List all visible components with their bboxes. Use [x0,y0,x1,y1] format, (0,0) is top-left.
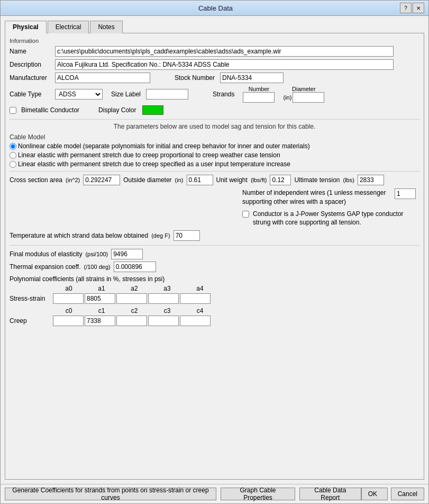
radio-linear-creep-label: Linear elastic with permanent stretch du… [18,151,280,159]
radio-linear-temp-row: Linear elastic with permanent stretch du… [10,160,419,168]
manufacturer-label: Manufacturer [10,74,52,82]
information-section: Information Name Description Manufacture… [10,38,419,115]
info-text: The parameters below are used to model s… [10,123,419,130]
unit-weight-unit: (lbs/ft) [251,177,267,183]
poly-label: Polynomial coefficients (all strains in … [10,275,419,283]
modulus-section: Final modulus of elasticity (psi/100) Th… [10,249,419,272]
bimetallic-checkbox[interactable] [10,107,16,114]
ind-wires-label: Number of independent wires (1 unless me… [242,188,390,206]
stress-a2[interactable] [116,293,147,304]
manufacturer-stock-row: Manufacturer Stock Number [10,73,419,83]
graph-cable-properties-button[interactable]: Graph Cable Properties [221,488,295,500]
poly-col-a4: a4 [184,285,216,292]
ultimate-tension-input[interactable] [358,175,384,185]
description-label: Description [10,61,52,68]
name-row: Name [10,46,419,57]
tab-physical[interactable]: Physical [5,21,47,33]
ultimate-tension-unit: (lbs) [343,177,354,183]
display-color-label: Display Color [98,106,136,114]
radio-linear-temp[interactable] [10,161,16,168]
cable-type-label: Cable Type [10,91,52,98]
radio-nonlinear[interactable] [10,143,16,150]
temperature-row: Temperature at which strand data below o… [10,230,419,241]
right-side-controls: Number of independent wires (1 unless me… [242,188,419,227]
content-area: Physical Electrical Notes Information Na… [1,16,428,484]
outside-diameter-input[interactable] [187,175,213,185]
thermal-exp-input[interactable] [114,262,156,272]
cross-section-unit: (in^2) [66,177,80,183]
cross-section-row: Cross section area (in^2) Outside diamet… [10,175,384,185]
stress-a3[interactable] [148,293,179,304]
stress-strain-data-row: Stress-strain [10,293,419,304]
creep-c1[interactable] [85,316,115,326]
radio-linear-temp-label: Linear elastic with permanent stretch du… [18,160,290,168]
size-label-input[interactable] [146,89,188,100]
creep-data-row: Creep [10,316,419,326]
temperature-label: Temperature at which strand data below o… [10,232,148,239]
unit-weight-label: Unit weight [216,176,248,184]
outside-diameter-label: Outside diameter [123,176,171,184]
strands-diameter-input[interactable] [293,92,324,103]
thermal-exp-unit: (/100 deg) [84,264,111,270]
unit-weight-input[interactable] [270,175,291,185]
stress-a0[interactable] [53,293,84,304]
radio-linear-creep[interactable] [10,152,16,159]
final-modulus-label: Final modulus of elasticity [10,250,82,258]
creep-c2[interactable] [116,316,147,326]
info-section-label: Information [10,38,419,44]
temperature-input[interactable] [174,230,200,241]
creep-c0[interactable] [53,316,84,326]
cable-model-section: Cable Model Nonlinear cable model (separ… [10,133,419,168]
final-modulus-input[interactable] [111,249,143,259]
divider-2 [10,171,419,172]
temperature-unit: (deg F) [151,232,170,239]
poly-col-c4: c4 [184,307,216,314]
strands-number-input[interactable] [243,92,275,103]
name-label: Name [10,48,52,55]
divider-1 [10,119,419,120]
poly-col-c3: c3 [151,307,183,314]
display-color-box[interactable] [142,105,163,115]
ind-wires-input[interactable] [395,188,416,199]
cable-type-row: Cable Type ADSS ACSR AAC Size Label Stra… [10,86,419,103]
stock-number-label: Stock Number [175,74,215,82]
generate-coefficients-button[interactable]: Generate Coefficients for strands from p… [5,488,216,500]
main-window: Cable Data ? ✕ Physical Electrical Notes… [0,0,429,504]
strands-label: Strands [213,91,234,98]
ok-button[interactable]: OK [361,488,388,500]
placeholder-left [10,188,221,227]
description-input[interactable] [55,59,394,70]
description-row: Description [10,59,419,70]
creep-label: Creep [10,317,52,325]
strands-unit: (in) [283,94,291,101]
tab-bar: Physical Electrical Notes [5,20,424,33]
poly-col-c0: c0 [53,307,85,314]
creep-c3[interactable] [148,316,179,326]
stress-a4[interactable] [180,293,211,304]
ind-wires-row: Number of independent wires (1 unless me… [242,188,419,206]
gap-conductor-checkbox[interactable] [242,211,249,218]
poly-stress-header-row: a0 a1 a2 a3 a4 [10,285,419,292]
cross-section-input[interactable] [83,175,120,185]
gap-conductor-label: Conductor is a J-Power Systems GAP type … [253,210,417,228]
thermal-exp-row: Thermal expansion coeff. (/100 deg) [10,262,419,272]
cancel-button[interactable]: Cancel [391,488,424,500]
close-button[interactable]: ✕ [413,3,424,13]
cable-type-select[interactable]: ADSS ACSR AAC [55,89,103,100]
strands-diameter-label: Diameter [292,86,316,92]
help-button[interactable]: ? [400,3,412,13]
stress-a1[interactable] [85,293,115,304]
cable-data-report-button[interactable]: Cable Data Report [299,488,361,500]
divider-3 [10,245,419,246]
manufacturer-input[interactable] [55,73,150,83]
bottom-left-buttons: Generate Coefficients for strands from p… [5,488,361,500]
gap-conductor-row: Conductor is a J-Power Systems GAP type … [242,210,419,228]
radio-nonlinear-row: Nonlinear cable model (separate polynomi… [10,142,419,150]
creep-c4[interactable] [180,316,211,326]
name-input[interactable] [55,46,394,57]
strands-diameter-col: Diameter (in) [283,86,324,103]
tab-notes[interactable]: Notes [90,21,122,33]
stock-number-input[interactable] [220,73,284,83]
title-bar-buttons: ? ✕ [400,3,424,13]
tab-electrical[interactable]: Electrical [48,21,89,33]
